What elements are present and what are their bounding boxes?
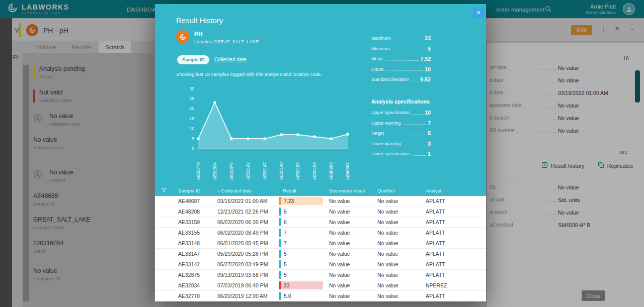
sort-desc-icon: ↓: [217, 188, 220, 193]
result-value: 5: [281, 208, 323, 216]
table-row[interactable]: AE4868703/16/2022 01:00 AM7.23No valueNo…: [155, 196, 486, 207]
cell-qualifier: No value: [377, 272, 426, 278]
cell-result: 6: [279, 217, 329, 227]
stat-row: Minimum5: [371, 44, 431, 54]
result-value: 5: [281, 260, 323, 268]
table-row[interactable]: AE3315906/03/2020 06:30 PM6No valueNo va…: [155, 217, 486, 228]
stat-row: Mean7.52: [371, 54, 431, 64]
modal-close-button[interactable]: [473, 7, 484, 18]
result-status-bar: [279, 292, 281, 300]
spec-row: Target5: [371, 128, 431, 139]
cell-secondary-result: No value: [329, 272, 377, 278]
cell-result: 7: [279, 228, 329, 238]
column-header-sample-id[interactable]: Sample ID: [178, 188, 217, 193]
table-row[interactable]: AE3315506/02/2020 08:49 PM7No valueNo va…: [155, 228, 486, 238]
svg-text:AE32834: AE32834: [212, 162, 217, 180]
result-value: 23: [281, 281, 323, 289]
spec-row: Upper specification10: [371, 108, 431, 118]
analysis-location: Location GREAT_SALT_LAKE: [194, 39, 259, 44]
link-collected-date[interactable]: Collected date: [214, 57, 247, 62]
svg-text:5: 5: [192, 136, 194, 141]
table-row[interactable]: AE3283407/03/2019 06:40 PM23No valueNo v…: [155, 280, 486, 291]
svg-text:AE33159: AE33159: [312, 162, 317, 180]
cell-analyst: NPEREZ: [426, 282, 486, 288]
spec-label: Lower specification: [371, 151, 410, 156]
column-header-qualifier[interactable]: Qualifier: [377, 188, 426, 193]
cell-analyst: APLATT: [426, 219, 486, 225]
cell-analyst: APLATT: [426, 293, 486, 299]
cell-analyst: APLATT: [426, 261, 486, 267]
cell-result: 5: [279, 270, 329, 280]
filter-icon[interactable]: [161, 187, 167, 194]
cell-secondary-result: No value: [329, 261, 377, 267]
table-row[interactable]: AE3277006/20/2019 12:00 AM5.0No valueNo …: [155, 291, 486, 301]
table-row[interactable]: AE3287509/13/2019 03:58 PM5No valueNo va…: [155, 270, 486, 280]
svg-text:AE33142: AE33142: [246, 162, 251, 180]
result-status-bar: [279, 229, 281, 237]
table-row[interactable]: AE3314806/01/2020 05:45 PM7No valueNo va…: [155, 238, 486, 249]
specs-list: Upper specification10Upper warning7Targe…: [371, 108, 431, 159]
cell-analyst: APLATT: [426, 230, 486, 236]
svg-text:AE32770: AE32770: [196, 162, 201, 180]
cell-qualifier: No value: [377, 251, 426, 257]
result-value: 6: [281, 218, 323, 226]
cell-collected-date: 06/20/2019 12:00 AM: [217, 293, 279, 299]
cell-collected-date: 06/03/2020 06:30 PM: [217, 219, 279, 225]
svg-text:AE33148: AE33148: [279, 162, 284, 180]
column-header-collected-date[interactable]: ↓Collected date: [217, 188, 279, 193]
spec-label: Lower warning: [371, 141, 401, 146]
column-header-result[interactable]: Result: [279, 188, 329, 193]
cell-qualifier: No value: [377, 293, 426, 299]
spec-row: Upper warning7: [371, 118, 431, 129]
modal-header-area: Result History PH Location GREAT_SALT_LA…: [155, 4, 486, 196]
spec-row: Lower specification1: [371, 149, 431, 159]
cell-sample-id: AE33159: [178, 219, 217, 225]
result-value: 7: [281, 239, 323, 247]
cell-analyst: APLATT: [426, 272, 486, 278]
chip-sample-id[interactable]: Sample ID: [177, 55, 209, 64]
dotted-leader: [385, 60, 419, 61]
cell-sample-id: AE32770: [178, 293, 217, 299]
column-header-secondary-result[interactable]: Secondary result: [329, 188, 377, 193]
svg-text:15: 15: [190, 116, 195, 121]
dotted-leader: [393, 40, 423, 40]
cell-qualifier: No value: [377, 219, 426, 225]
result-history-chart: 051015202530AE32770AE32834AE32875AE33142…: [183, 84, 354, 185]
cell-sample-id: AE32875: [178, 272, 217, 278]
table-row[interactable]: AE3314205/27/2020 03:49 PM5No valueNo va…: [155, 259, 486, 270]
spec-label: Target: [371, 131, 384, 136]
table-row[interactable]: AE4820812/21/2021 02:26 PM5No valueNo va…: [155, 207, 486, 217]
column-label: Collected date: [221, 188, 252, 193]
spec-value: 10: [425, 110, 431, 116]
cell-analyst: APLATT: [426, 240, 486, 246]
column-header-analyst[interactable]: Analyst: [426, 188, 486, 193]
svg-text:0: 0: [192, 146, 194, 151]
table-row[interactable]: AE3314705/29/2020 05:26 PM5No valueNo va…: [155, 249, 486, 259]
cell-collected-date: 06/01/2020 05:45 PM: [217, 240, 279, 246]
result-status-bar: [279, 208, 281, 216]
stat-value: 23: [425, 35, 431, 41]
cell-qualifier: No value: [377, 240, 426, 246]
cell-result: 5: [279, 259, 329, 269]
cell-secondary-result: No value: [329, 219, 377, 225]
analysis-code: PH: [194, 31, 203, 38]
result-value: 5: [281, 271, 323, 279]
dotted-leader: [385, 70, 423, 71]
cell-secondary-result: No value: [329, 198, 377, 204]
svg-text:AE33147: AE33147: [262, 162, 267, 180]
stat-label: Standard deviation: [371, 77, 409, 82]
stat-value: 5: [428, 46, 431, 52]
cell-secondary-result: No value: [329, 230, 377, 236]
stat-row: Standard deviation5.52: [371, 74, 431, 85]
stats-list: Maximum23Minimum5Mean7.52Count10Standard…: [371, 33, 431, 85]
stat-row: Maximum23: [371, 33, 431, 44]
result-status-bar: [279, 271, 281, 279]
modal-title: Result History: [176, 16, 223, 25]
cell-sample-id: AE33148: [178, 240, 217, 246]
cell-qualifier: No value: [377, 230, 426, 236]
result-status-bar: [279, 197, 281, 205]
filter-cell: [155, 187, 178, 194]
cell-qualifier: No value: [377, 282, 426, 288]
cell-qualifier: No value: [377, 209, 426, 215]
stat-label: Mean: [371, 56, 383, 61]
